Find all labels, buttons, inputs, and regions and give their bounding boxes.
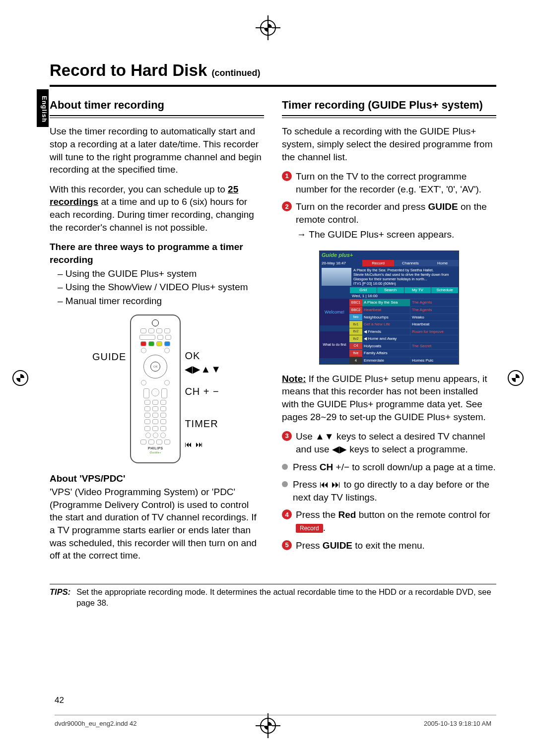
about-timer-para2: With this recorder, you can schedule up …	[50, 183, 264, 234]
right-column: Timer recording (GUIDE Plus+ system) To …	[282, 98, 496, 569]
step-number-icon: 4	[282, 509, 292, 519]
vps-body: 'VPS' (Video Programming System) or 'PDC…	[50, 486, 264, 562]
page-title-continued: (continued)	[211, 68, 260, 78]
list-item: Using the ShowView / VIDEO Plus+ system	[58, 281, 264, 294]
crop-mark-icon	[260, 20, 276, 36]
step-number-icon: 3	[282, 431, 292, 441]
tips-body: Set the appropriate recording mode. It d…	[76, 586, 496, 609]
page-number: 42	[55, 695, 64, 706]
crop-mark-icon	[260, 718, 276, 734]
three-ways-list: Using the GUIDE Plus+ system Using the S…	[50, 267, 264, 308]
guide-intro: To schedule a recording with the GUIDE P…	[282, 125, 496, 163]
preview-thumbnail	[322, 268, 351, 286]
step-2-text: Turn on the recorder and press GUIDE on …	[296, 200, 496, 246]
footer-divider	[55, 715, 496, 715]
guide-plus-screenshot: Guide plus+ 20-May 16:47 Record Channels…	[319, 251, 459, 364]
step-3-text: Use ▲▼ keys to select a desired TV chann…	[296, 430, 496, 455]
footer-timestamp: 2005-10-13 9:18:10 AM	[424, 719, 491, 728]
bullet-1-text: Press CH +/− to scroll down/up a page at…	[293, 461, 496, 474]
footer-filename: dvdr9000h_eu_eng2.indd 42	[55, 719, 137, 728]
remote-icon: OK PHILIPS Guide+	[130, 315, 181, 463]
step-2-result: The GUIDE Plus+ screen appears.	[296, 228, 496, 241]
guide-note: Note: If the GUIDE Plus+ setup menu appe…	[282, 373, 496, 424]
three-ways-heading: There are three ways to programme a time…	[50, 241, 264, 266]
page-title-text: Record to Hard Disk	[50, 61, 207, 79]
list-item: Manual timer recording	[58, 295, 264, 308]
crop-mark-icon	[12, 370, 28, 386]
step-number-icon: 2	[282, 201, 292, 211]
crop-mark-icon	[508, 370, 524, 386]
remote-label-arrows: ◀▶▲▼	[185, 363, 221, 376]
bullet-icon	[282, 481, 288, 487]
tips-label: TIPS:	[50, 586, 70, 609]
step-1-text: Turn on the TV to the correct programme …	[296, 170, 496, 195]
remote-label-guide: GUIDE	[92, 350, 129, 364]
remote-label-ok: OK	[185, 349, 221, 363]
remote-label-skip: ⏮ ⏭	[185, 440, 221, 449]
page-title: Record to Hard Disk (continued)	[50, 60, 496, 87]
heading-timer-guide: Timer recording (GUIDE Plus+ system)	[282, 98, 496, 113]
about-timer-para1: Use the timer recording to automatically…	[50, 125, 264, 176]
step-4-text: Press the Red button on the remote contr…	[296, 508, 496, 534]
bullet-icon	[282, 464, 288, 470]
vps-heading: About 'VPS/PDC'	[50, 472, 264, 485]
step-5-text: Press GUIDE to exit the menu.	[296, 539, 425, 552]
language-tab: English	[37, 89, 49, 127]
step-number-icon: 5	[282, 540, 292, 550]
record-badge: Record	[296, 524, 323, 533]
step-number-icon: 1	[282, 171, 292, 181]
list-item: Using the GUIDE Plus+ system	[58, 267, 264, 280]
remote-illustration: GUIDE OK	[50, 315, 264, 463]
left-column: About timer recording Use the timer reco…	[50, 98, 264, 569]
bullet-2-text: Press ⏮ ⏭ to go directly to a day before…	[293, 478, 496, 504]
remote-label-ch: CH + −	[185, 385, 221, 398]
remote-label-timer: TIMER	[185, 417, 221, 431]
guide-logo: Guide plus+	[320, 251, 459, 259]
heading-about-timer: About timer recording	[50, 98, 264, 113]
tips-footer: TIPS: Set the appropriate recording mode…	[50, 584, 496, 609]
